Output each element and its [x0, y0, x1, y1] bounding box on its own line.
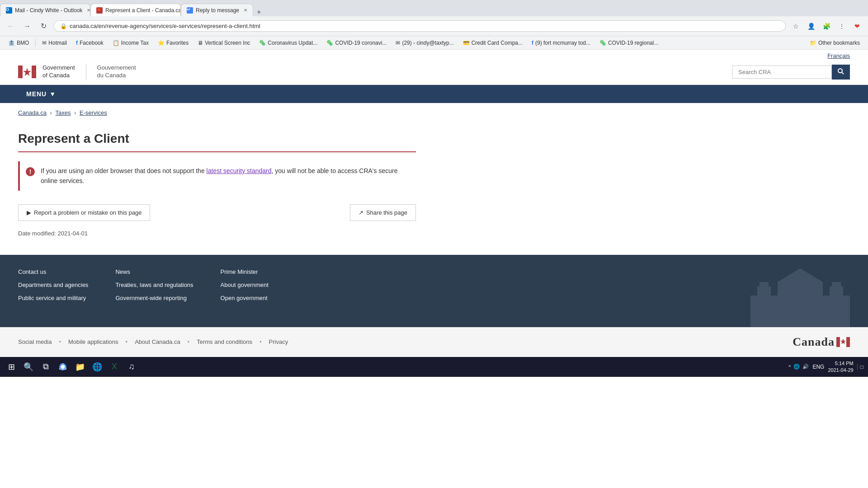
back-button[interactable]: ← [5, 20, 17, 33]
logo-area: Governmentof Canada Gouvernementdu Canad… [18, 64, 136, 80]
bookmark-income-tax[interactable]: 📋 Income Tax [109, 39, 152, 47]
bookmark-separator [35, 39, 36, 47]
more-menu-button[interactable]: ⋮ [835, 20, 848, 33]
search-button[interactable] [832, 65, 850, 80]
itunes-taskbar[interactable]: ♫ [125, 360, 138, 374]
menu-chevron-icon: ▼ [49, 90, 56, 98]
task-view-button[interactable]: ⧉ [39, 360, 52, 374]
footer-bottom-links: Social media • Mobile applications • Abo… [18, 338, 288, 345]
bookmark-favorites[interactable]: ⭐ Favorites [154, 39, 192, 47]
excel-taskbar[interactable]: X [108, 360, 121, 374]
file-explorer-taskbar[interactable]: 📁 [73, 360, 87, 374]
browser-tabs: O Mail - Cindy White - Outlook ✕ 🍁 Repre… [0, 0, 868, 16]
browser-tab-outlook[interactable]: O Mail - Cindy White - Outlook ✕ [0, 4, 90, 16]
address-bar[interactable]: 🔒 canada.ca/en/revenue-agency/services/e… [53, 20, 786, 32]
menu-button[interactable]: MENU ▼ [18, 85, 64, 103]
new-tab-button[interactable]: + [253, 8, 264, 16]
report-problem-button[interactable]: ▶ Report a problem or mistake on this pa… [18, 204, 150, 221]
tab-label-outlook: Mail - Cindy White - Outlook [15, 7, 82, 14]
bookmark-vertical-screen-label: Vertical Screen Inc [205, 40, 250, 46]
footer-link-open-gov[interactable]: Open government [221, 295, 269, 301]
chrome-taskbar[interactable] [56, 360, 70, 374]
search-taskbar-button[interactable]: 🔍 [22, 360, 35, 374]
breadcrumb-canada[interactable]: Canada.ca [18, 109, 47, 116]
system-tray: ^ 🌐 🔊 [788, 364, 809, 370]
bookmark-cindy-icon: ✉ [396, 40, 400, 46]
page-content: Français Governmentof Canada Gouvernemen… [0, 50, 868, 357]
heart-button[interactable]: ❤ [851, 20, 863, 33]
bookmark-credit-card[interactable]: 💳 Credit Card Compa... [459, 39, 526, 47]
date-modified-value: 2021-04-01 [57, 230, 88, 237]
exclamation-circle-icon: ! [25, 167, 35, 177]
footer-link-departments[interactable]: Departments and agencies [18, 282, 88, 288]
tab-close-reply[interactable]: ✕ [244, 8, 247, 13]
other-bookmarks[interactable]: 📁 Other bookmarks [806, 39, 863, 47]
bookmark-facebook[interactable]: f Facebook [72, 39, 107, 47]
bookmark-covid2[interactable]: 🦠 COVID-19 regional... [596, 39, 662, 47]
profile-button[interactable]: 👤 [805, 20, 817, 33]
footer-link-public-service[interactable]: Public service and military [18, 295, 88, 301]
taskbar-clock[interactable]: 5:14 PM 2021-04-29 [828, 360, 853, 373]
footer-col-2: News Treaties, laws and regulations Gove… [115, 268, 193, 301]
bookmark-income-tax-icon: 📋 [113, 40, 119, 46]
bookmark-fort-mcmurray[interactable]: f (9) fort mcmurray tod... [528, 39, 594, 47]
forward-button[interactable]: → [21, 20, 33, 33]
chrome-icon [59, 363, 67, 371]
start-button[interactable]: ⊞ [5, 360, 18, 374]
address-text: canada.ca/en/revenue-agency/services/e-s… [70, 23, 260, 29]
search-icon [837, 68, 844, 75]
svg-rect-12 [750, 296, 778, 327]
logo-fr: Gouvernementdu Canada [97, 64, 136, 80]
footer-social-media[interactable]: Social media [18, 338, 52, 345]
site-footer: Contact us Departments and agencies Publ… [0, 255, 868, 327]
breadcrumb-eservices[interactable]: E-services [80, 109, 107, 116]
other-bookmarks-label: Other bookmarks [818, 40, 860, 46]
bookmark-covid1-icon: 🦠 [326, 40, 333, 46]
footer-link-government-reporting[interactable]: Government-wide reporting [115, 295, 193, 301]
bookmark-star-button[interactable]: ☆ [789, 20, 802, 33]
footer-link-contact[interactable]: Contact us [18, 268, 88, 275]
logo-text: Governmentof Canada [42, 64, 75, 80]
tab-close-outlook[interactable]: ✕ [87, 8, 90, 13]
extensions-button[interactable]: 🧩 [820, 20, 833, 33]
footer-link-treaties[interactable]: Treaties, laws and regulations [115, 282, 193, 288]
taskbar-right: ^ 🌐 🔊 ENG 5:14 PM 2021-04-29 □ [788, 360, 863, 373]
footer-sep3: • [188, 338, 190, 345]
tray-chevron[interactable]: ^ [788, 364, 791, 370]
footer-terms[interactable]: Terms and conditions [197, 338, 252, 345]
footer-mobile-apps[interactable]: Mobile applications [68, 338, 118, 345]
share-page-button[interactable]: ↗ Share this page [350, 204, 416, 221]
svg-rect-16 [760, 282, 769, 289]
footer-col-1: Contact us Departments and agencies Publ… [18, 268, 88, 301]
bookmark-covid1[interactable]: 🦠 COVID-19 coronavi... [323, 39, 390, 47]
menu-label: MENU [26, 90, 47, 98]
svg-rect-13 [823, 296, 850, 327]
lang-link[interactable]: Français [827, 52, 850, 59]
bookmark-covid2-label: COVID-19 regional... [608, 40, 658, 46]
bookmark-cindy-label: (29) - cindy@taxtyp... [402, 40, 453, 46]
bookmark-cindy[interactable]: ✉ (29) - cindy@taxtyp... [392, 39, 457, 47]
bookmark-hotmail[interactable]: ✉ Hotmail [38, 39, 71, 47]
footer-about-canada[interactable]: About Canada.ca [135, 338, 180, 345]
security-standard-link[interactable]: latest security standard [207, 167, 272, 174]
footer-link-news[interactable]: News [115, 268, 193, 275]
refresh-button[interactable]: ↻ [37, 20, 50, 33]
browser-nav: ← → ↻ 🔒 canada.ca/en/revenue-agency/serv… [0, 16, 868, 36]
edge-taskbar[interactable]: 🌐 [90, 360, 104, 374]
date-modified-label: Date modified: [18, 230, 56, 237]
bookmark-vertical-screen[interactable]: 🖥 Vertical Screen Inc [194, 39, 254, 47]
browser-tab-canada[interactable]: 🍁 Represent a Client - Canada.ca ✕ [90, 4, 181, 16]
bookmark-income-tax-label: Income Tax [121, 40, 149, 46]
browser-tab-reply[interactable]: ↩ Reply to message ✕ [181, 4, 253, 16]
bookmark-bmo[interactable]: 🏦 BMO [5, 39, 33, 47]
breadcrumb-taxes[interactable]: Taxes [55, 109, 71, 116]
tab-label-reply: Reply to message [196, 7, 239, 14]
search-input[interactable] [732, 66, 832, 79]
bookmark-credit-card-label: Credit Card Compa... [472, 40, 523, 46]
bookmark-coronavirus1[interactable]: 🦠 Coronavirus Updat... [255, 39, 321, 47]
footer-privacy[interactable]: Privacy [269, 338, 288, 345]
show-desktop-button[interactable]: □ [857, 364, 863, 370]
footer-link-about-gov[interactable]: About government [221, 282, 269, 288]
footer-link-pm[interactable]: Prime Minister [221, 268, 269, 275]
canada-flag [18, 66, 36, 78]
